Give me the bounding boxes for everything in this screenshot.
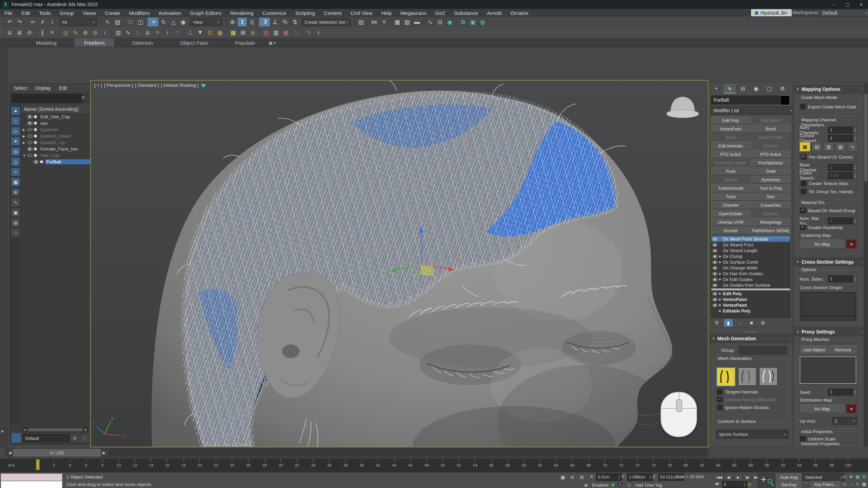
frame-tick[interactable]: 40 xyxy=(359,459,364,471)
frame-tick[interactable]: 62 xyxy=(538,459,542,471)
frame-tick[interactable]: 86 xyxy=(732,459,737,471)
tab-populate[interactable]: Populate xyxy=(226,39,264,47)
menu-item[interactable]: GoZ xyxy=(431,9,450,17)
align-icon[interactable]: ≡ xyxy=(379,18,389,26)
frame-tick[interactable]: 70 xyxy=(603,459,607,471)
per-strand-uv-coords-checkbox[interactable]: Per-Strand UV Coords. xyxy=(801,154,854,160)
select-and-rotate-icon[interactable]: ↻ xyxy=(159,18,168,26)
zero-badge[interactable]: 0 xyxy=(617,482,623,488)
configure-modifier-sets-icon[interactable]: ⚙ xyxy=(758,319,767,327)
time-slider-handle[interactable]: 0 / 100 xyxy=(13,449,101,456)
mod-chamfer[interactable]: Chamfer xyxy=(711,201,750,209)
ox-weave-icon[interactable]: ▦ xyxy=(226,28,238,37)
mod-bevel[interactable]: Bevel xyxy=(711,134,750,141)
scroll-left-icon[interactable]: ◀ xyxy=(23,428,27,431)
frame-tick[interactable]: 88 xyxy=(748,459,753,471)
ox-clump-stack-icon[interactable]: ▥ xyxy=(259,28,271,37)
modifier-visibility-eye-icon[interactable] xyxy=(712,304,717,307)
auto-key-button[interactable]: Auto Key xyxy=(776,473,802,481)
ox-spray-icon[interactable]: ∴ xyxy=(291,28,300,37)
mod-creaseset[interactable]: CreaseSet xyxy=(751,201,790,209)
viewport-general-menu[interactable]: [ + ] xyxy=(94,83,102,88)
material-editor-icon[interactable]: ◉ xyxy=(445,18,454,26)
toggle-scene-explorer-icon[interactable]: ▦ xyxy=(391,18,402,26)
ox-ground-strands-icon[interactable]: ⊥ xyxy=(184,28,195,37)
stack-ox-surface-comb[interactable]: Ox Surface Comb xyxy=(711,259,790,265)
set-keys-button[interactable]: + xyxy=(757,473,775,488)
orbit-icon[interactable]: ↻ xyxy=(855,481,861,488)
isolate-selection-toggle-icon[interactable]: ▣ xyxy=(559,473,567,481)
uv-mode-length-icon[interactable]: ▥ xyxy=(823,142,834,151)
expand-arrow-icon[interactable] xyxy=(23,135,27,138)
frame-tick[interactable]: 30 xyxy=(278,459,283,471)
frame-tick[interactable]: 56 xyxy=(489,459,494,471)
frame-tick[interactable]: 46 xyxy=(408,459,413,471)
frame-tick[interactable]: 36 xyxy=(327,459,332,471)
use-pivot-point-center-icon[interactable]: ⊕ xyxy=(226,18,237,26)
toolbar-grip[interactable] xyxy=(0,17,3,27)
visibility-eye-icon[interactable] xyxy=(33,160,39,164)
uv-mode-checker-icon[interactable]: ▦ xyxy=(800,142,810,151)
viewport-canvas[interactable]: x y z xyxy=(91,81,708,447)
proxy-settings-rollout-header[interactable]: ▼ Proxy Settings ∷ xyxy=(794,327,865,336)
modifier-visibility-eye-icon[interactable] xyxy=(712,255,717,258)
frame-tick[interactable]: 34 xyxy=(311,459,316,471)
modifier-visibility-eye-icon[interactable] xyxy=(712,272,717,276)
mod-extrude[interactable]: Extrude xyxy=(751,142,790,150)
row-female-face-low[interactable]: Female_Face_low xyxy=(21,146,91,152)
play-button[interactable]: ▶ xyxy=(734,473,743,481)
frame-tick[interactable]: 38 xyxy=(343,459,348,471)
frame-tick[interactable]: 2 xyxy=(52,459,56,471)
perspective-viewport[interactable]: x y z [ + ][ Perspective ][ Standard ][ … xyxy=(91,81,708,447)
tab-freeform[interactable]: Freeform xyxy=(75,39,114,47)
frame-tick[interactable]: 54 xyxy=(473,459,478,471)
select-and-manipulate-icon[interactable]: ↥ xyxy=(238,18,247,26)
visibility-eye-icon[interactable] xyxy=(27,115,33,119)
selection-filter-dropdown[interactable]: All▾ xyxy=(59,18,97,26)
mod-edit-poly[interactable]: Edit Poly xyxy=(711,117,750,124)
ox-comb-icon[interactable]: ψ xyxy=(248,28,257,37)
ox-grid-strands-icon[interactable]: ▦ xyxy=(281,28,290,37)
select-and-scale-icon[interactable]: △ xyxy=(169,18,178,26)
display-tab-icon[interactable]: ▢ xyxy=(763,84,775,93)
modifier-visibility-eye-icon[interactable] xyxy=(712,278,717,281)
seed-spinner[interactable]: Seed: 1 ▲▼ xyxy=(800,389,857,395)
menu-item[interactable]: Views xyxy=(78,9,101,17)
expand-arrow-icon[interactable] xyxy=(719,272,723,275)
menu-item[interactable]: Rendering xyxy=(226,9,258,17)
stack-ox-clump[interactable]: Ox Clump xyxy=(711,253,790,259)
mod-retopology[interactable]: Retopology xyxy=(751,218,790,226)
current-frame-field[interactable]: 0▲▼ xyxy=(722,481,747,488)
frame-tick[interactable]: 32 xyxy=(295,459,299,471)
frame-tick[interactable]: 84 xyxy=(716,459,721,471)
display-xrefs-icon[interactable]: ⊞ xyxy=(11,188,20,196)
frame-tick[interactable]: 10 xyxy=(116,459,121,471)
modifier-visibility-eye-icon[interactable] xyxy=(712,292,717,296)
visibility-eye-icon[interactable] xyxy=(27,154,33,157)
row-eyelash-up[interactable]: Eyelash_Up xyxy=(21,139,91,146)
frame-tick[interactable]: 68 xyxy=(586,459,591,471)
select-by-name-icon[interactable]: ▤ xyxy=(113,18,122,26)
expand-arrow-icon[interactable] xyxy=(23,141,27,144)
menu-item[interactable]: Arnold xyxy=(482,9,506,17)
next-frame-arrow[interactable]: ▶ xyxy=(101,450,107,455)
make-unique-icon[interactable]: ∪ xyxy=(735,319,744,327)
str-group-tex-islands-checkbox[interactable]: Str. Group Tex. Islands xyxy=(801,189,853,194)
ox-generate-guides-icon[interactable]: ↑ xyxy=(173,28,182,37)
mod-bevel-profile[interactable]: Bevel Profile xyxy=(751,134,790,141)
uv-mode-segment-icon[interactable]: ▧ xyxy=(835,142,846,151)
explorer-name-column-header[interactable]: Name (Sorted Ascending) xyxy=(21,105,91,114)
frame-tick[interactable]: 12 xyxy=(133,459,137,471)
frame-tick[interactable]: 48 xyxy=(424,459,429,471)
ox-strand-frizz-icon[interactable]: ∿ xyxy=(71,28,80,37)
mod-normalize-spline[interactable]: Normalize Spline xyxy=(711,159,750,167)
frame-tick[interactable]: 18 xyxy=(181,459,186,471)
maximize-viewport-toggle-icon[interactable]: ▦ xyxy=(861,481,867,488)
mod-turn-to-poly[interactable]: Turn to Poly xyxy=(751,184,790,192)
mod-unwrap-uvw[interactable]: Unwrap UVW xyxy=(711,218,750,226)
zoom-extents-selected-icon[interactable]: ▣ xyxy=(855,473,861,480)
display-space-warps-icon[interactable]: ≈ xyxy=(11,168,20,176)
checkbox[interactable] xyxy=(717,405,723,410)
tab-selection[interactable]: Selection xyxy=(123,39,162,47)
mod-ffd-4x4x4[interactable]: FFD 4x4x4 xyxy=(751,150,790,158)
